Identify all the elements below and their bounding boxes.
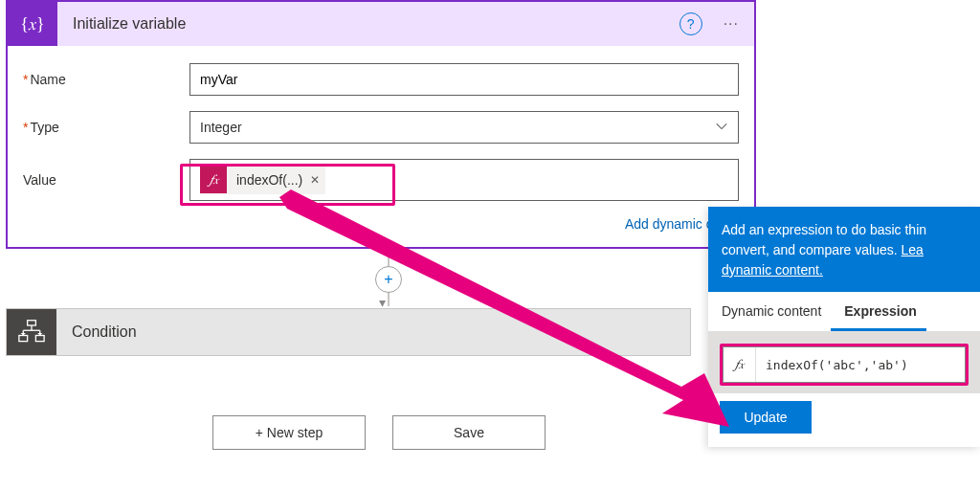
card-title: Initialize variable [73,15,679,33]
popover-tabs: Dynamic content Expression [708,292,980,332]
expression-token[interactable]: 𝑓𝑥 indexOf(...) ✕ [200,166,325,194]
save-button[interactable]: Save [392,415,546,450]
remove-token-icon[interactable]: ✕ [310,173,320,187]
value-label: Value [23,172,189,188]
expression-popover: Add an expression to do basic thin conve… [708,207,980,447]
type-select[interactable]: Integer [189,111,739,144]
expression-text: indexOf('abc','ab') [756,358,918,372]
fx-icon: 𝑓𝑥 [200,167,227,193]
condition-icon [7,309,56,355]
initialize-variable-card: {𝑥} Initialize variable ? ··· Name Type … [6,0,756,249]
bottom-buttons: + New step Save [212,415,546,450]
name-label: Name [23,72,189,87]
chevron-down-icon [715,120,728,136]
svg-rect-8 [35,336,44,342]
more-menu-icon[interactable]: ··· [716,11,746,36]
new-step-button[interactable]: + New step [212,415,366,450]
type-label: Type [23,120,189,135]
popover-header: Add an expression to do basic thin conve… [708,207,980,292]
type-value: Integer [200,120,242,135]
annotation-highlight-expression: 𝑓𝑥 indexOf('abc','ab') [720,344,969,386]
update-button[interactable]: Update [720,401,812,434]
variable-icon: {𝑥} [8,2,57,46]
token-text: indexOf(...) [236,172,302,188]
help-icon[interactable]: ? [679,12,702,35]
tab-expression[interactable]: Expression [831,292,925,331]
expression-input[interactable]: 𝑓𝑥 indexOf('abc','ab') [723,346,966,383]
card-body: Name Type Integer Value 𝑓𝑥 indexOf(...) … [8,46,754,241]
fx-icon: 𝑓𝑥 [724,347,756,382]
add-dynamic-content-link[interactable]: Add dynamic conte [23,216,739,235]
value-input[interactable]: 𝑓𝑥 indexOf(...) ✕ [189,159,739,201]
svg-rect-0 [28,321,36,325]
condition-title: Condition [72,323,137,341]
svg-rect-7 [19,336,28,342]
tab-dynamic-content[interactable]: Dynamic content [708,292,831,331]
name-input[interactable] [189,63,739,96]
add-action-button[interactable]: + [375,266,402,293]
condition-card[interactable]: Condition [6,308,691,356]
card-header[interactable]: {𝑥} Initialize variable ? ··· [8,2,754,46]
